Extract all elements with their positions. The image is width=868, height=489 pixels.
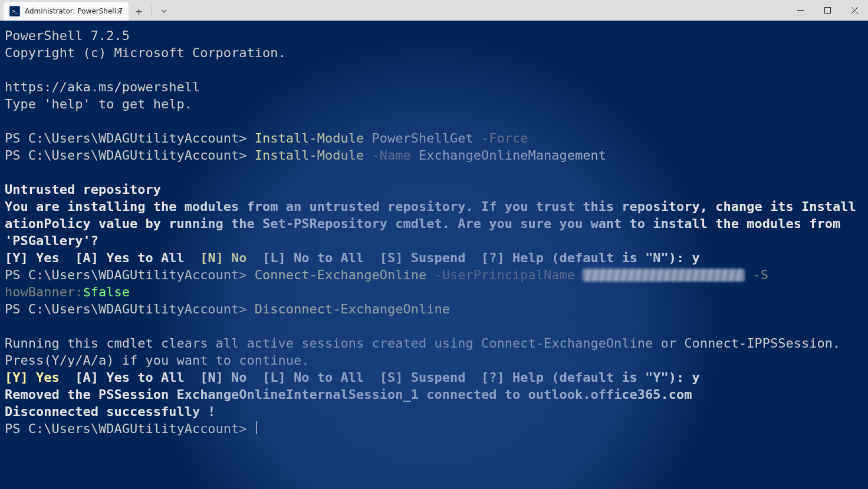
maximize-button[interactable] bbox=[814, 1, 841, 19]
disconnect-body-1: Running this cmdlet clears all active se… bbox=[5, 336, 840, 351]
cmd-install-module-1: Install-Module bbox=[255, 131, 364, 146]
redacted-email bbox=[583, 269, 745, 282]
disconnected-line: Disconnected successfully ! bbox=[5, 404, 216, 419]
svg-rect-1 bbox=[824, 7, 830, 13]
prompt: PS C:\Users\WDAGUtilityAccount> bbox=[5, 131, 255, 146]
new-tab-button[interactable]: + bbox=[129, 3, 149, 19]
param-force: -Force bbox=[481, 131, 528, 146]
cursor bbox=[256, 421, 257, 434]
prompt: PS C:\Users\WDAGUtilityAccount> bbox=[5, 148, 255, 163]
choice2-rest: [A] Yes to All [N] No [L] No to All [S] … bbox=[60, 370, 700, 385]
param-showbanner-tail: howBanner: bbox=[5, 285, 83, 299]
param-upn: -UserPrincipalName bbox=[426, 267, 583, 282]
choice-default-n: [N] No bbox=[200, 250, 246, 265]
close-button[interactable] bbox=[841, 1, 868, 19]
prompt: PS C:\Users\WDAGUtilityAccount> bbox=[5, 302, 255, 316]
arg: PowerShellGet bbox=[364, 131, 481, 146]
minimize-icon bbox=[797, 7, 804, 14]
banner-help: Type 'help' to get help. bbox=[5, 97, 192, 111]
banner-copyright: Copyright (c) Microsoft Corporation. bbox=[5, 45, 286, 60]
banner-version: PowerShell 7.2.5 bbox=[5, 28, 130, 43]
choice2-default-y: [Y] Yes bbox=[5, 370, 60, 385]
cmd-install-module-2: Install-Module bbox=[255, 148, 364, 163]
untrusted-body: You are installing the modules from an u… bbox=[5, 199, 856, 248]
chevron-down-icon bbox=[161, 8, 167, 14]
tab-powershell[interactable]: Administrator: PowerShell 7 × bbox=[4, 2, 129, 21]
var-false: $false bbox=[83, 285, 129, 299]
choice-suffix: [L] No to All [S] Suspend [?] Help (defa… bbox=[247, 250, 700, 265]
cmd-disconnect-exchange: Disconnect-ExchangeOnline bbox=[255, 302, 450, 316]
titlebar: Administrator: PowerShell 7 × + bbox=[0, 0, 868, 21]
removed-line: Removed the PSSession ExchangeOnlineInte… bbox=[5, 387, 692, 402]
tab-actions: + bbox=[129, 2, 174, 21]
param-showbanner-s: -S bbox=[745, 267, 768, 282]
banner-link: https://aka.ms/powershell bbox=[5, 80, 200, 94]
minimize-button[interactable] bbox=[787, 1, 814, 19]
divider bbox=[151, 6, 152, 16]
tab-title: Administrator: PowerShell 7 bbox=[25, 7, 123, 15]
window-controls bbox=[787, 1, 868, 19]
close-icon bbox=[851, 7, 858, 14]
close-tab-icon[interactable]: × bbox=[114, 6, 124, 16]
choice-prefix: [Y] Yes [A] Yes to All bbox=[5, 250, 200, 265]
arg: ExchangeOnlineManagement bbox=[411, 148, 606, 163]
prompt: PS C:\Users\WDAGUtilityAccount> bbox=[5, 267, 255, 282]
terminal-output[interactable]: PowerShell 7.2.5 Copyright (c) Microsoft… bbox=[0, 21, 868, 489]
tabs-area: Administrator: PowerShell 7 × + bbox=[0, 0, 174, 21]
disconnect-body-2: Press(Y/y/A/a) if you want to continue. bbox=[5, 353, 310, 368]
maximize-icon bbox=[824, 7, 831, 14]
powershell-icon bbox=[9, 6, 20, 16]
untrusted-heading: Untrusted repository bbox=[5, 182, 161, 197]
cmd-connect-exchange: Connect-ExchangeOnline bbox=[255, 267, 426, 282]
tab-dropdown-button[interactable] bbox=[154, 3, 174, 19]
param-name: -Name bbox=[364, 148, 410, 163]
prompt: PS C:\Users\WDAGUtilityAccount> bbox=[5, 421, 255, 436]
